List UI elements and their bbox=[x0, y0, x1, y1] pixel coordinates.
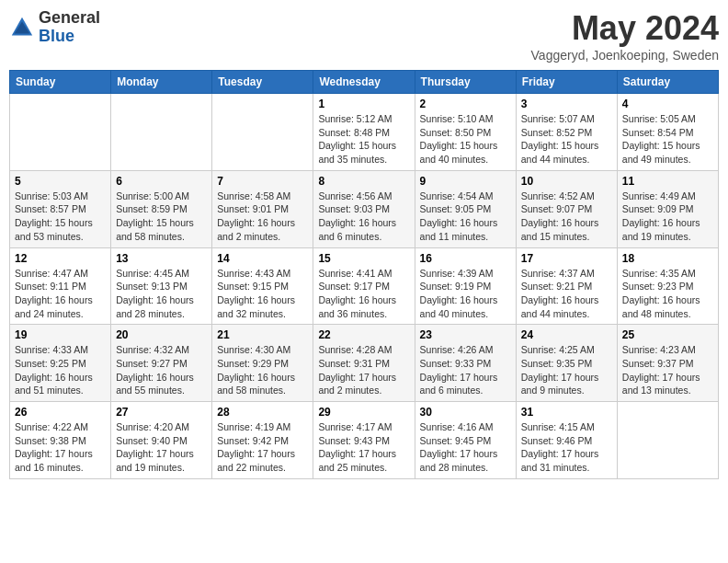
calendar-cell: 20Sunrise: 4:32 AMSunset: 9:27 PMDayligh… bbox=[111, 325, 212, 402]
month-title: May 2024 bbox=[531, 9, 719, 48]
calendar-week-row: 12Sunrise: 4:47 AMSunset: 9:11 PMDayligh… bbox=[10, 247, 719, 325]
day-info: Sunrise: 4:39 AMSunset: 9:19 PMDaylight:… bbox=[420, 267, 511, 321]
day-number: 23 bbox=[420, 328, 511, 341]
calendar-body: 1Sunrise: 5:12 AMSunset: 8:48 PMDaylight… bbox=[10, 94, 719, 479]
day-number: 18 bbox=[622, 252, 713, 265]
day-info: Sunrise: 4:17 AMSunset: 9:43 PMDaylight:… bbox=[318, 420, 409, 475]
calendar-cell: 6Sunrise: 5:00 AMSunset: 8:59 PMDaylight… bbox=[111, 170, 212, 247]
calendar-cell: 31Sunrise: 4:15 AMSunset: 9:46 PMDayligh… bbox=[516, 402, 617, 479]
calendar-cell: 10Sunrise: 4:52 AMSunset: 9:07 PMDayligh… bbox=[516, 170, 617, 247]
day-number: 24 bbox=[521, 328, 612, 341]
day-number: 3 bbox=[521, 98, 612, 110]
logo-blue: Blue bbox=[39, 27, 74, 45]
day-info: Sunrise: 4:20 AMSunset: 9:40 PMDaylight:… bbox=[116, 420, 207, 475]
day-info: Sunrise: 4:54 AMSunset: 9:05 PMDaylight:… bbox=[420, 190, 511, 244]
calendar-cell: 21Sunrise: 4:30 AMSunset: 9:29 PMDayligh… bbox=[212, 325, 313, 402]
day-number: 29 bbox=[318, 406, 409, 419]
day-number: 22 bbox=[318, 328, 409, 341]
calendar-cell: 22Sunrise: 4:28 AMSunset: 9:31 PMDayligh… bbox=[313, 325, 415, 402]
day-info: Sunrise: 4:58 AMSunset: 9:01 PMDaylight:… bbox=[217, 190, 308, 244]
calendar-cell: 17Sunrise: 4:37 AMSunset: 9:21 PMDayligh… bbox=[516, 247, 617, 325]
day-info: Sunrise: 4:19 AMSunset: 9:42 PMDaylight:… bbox=[217, 420, 308, 475]
day-number: 13 bbox=[116, 252, 207, 265]
calendar-week-row: 1Sunrise: 5:12 AMSunset: 8:48 PMDaylight… bbox=[10, 94, 719, 171]
calendar-cell: 19Sunrise: 4:33 AMSunset: 9:25 PMDayligh… bbox=[10, 325, 111, 402]
calendar-cell: 28Sunrise: 4:19 AMSunset: 9:42 PMDayligh… bbox=[212, 402, 313, 479]
calendar-week-row: 26Sunrise: 4:22 AMSunset: 9:38 PMDayligh… bbox=[10, 402, 719, 479]
day-number: 16 bbox=[420, 252, 511, 265]
day-number: 19 bbox=[15, 328, 106, 341]
calendar-cell: 24Sunrise: 4:25 AMSunset: 9:35 PMDayligh… bbox=[516, 325, 617, 402]
day-info: Sunrise: 4:47 AMSunset: 9:11 PMDaylight:… bbox=[15, 267, 106, 321]
calendar-cell: 1Sunrise: 5:12 AMSunset: 8:48 PMDaylight… bbox=[313, 94, 415, 171]
calendar-cell: 29Sunrise: 4:17 AMSunset: 9:43 PMDayligh… bbox=[313, 402, 415, 479]
logo: General Blue bbox=[9, 9, 100, 46]
calendar-cell: 7Sunrise: 4:58 AMSunset: 9:01 PMDaylight… bbox=[212, 170, 313, 247]
day-info: Sunrise: 4:56 AMSunset: 9:03 PMDaylight:… bbox=[318, 190, 409, 244]
day-info: Sunrise: 4:32 AMSunset: 9:27 PMDaylight:… bbox=[116, 343, 207, 397]
day-number: 11 bbox=[622, 175, 713, 188]
day-number: 21 bbox=[217, 328, 308, 341]
day-info: Sunrise: 4:37 AMSunset: 9:21 PMDaylight:… bbox=[521, 267, 612, 321]
calendar-cell: 30Sunrise: 4:16 AMSunset: 9:45 PMDayligh… bbox=[415, 402, 516, 479]
day-info: Sunrise: 4:30 AMSunset: 9:29 PMDaylight:… bbox=[217, 343, 308, 397]
location-title: Vaggeryd, Joenkoeping, Sweden bbox=[531, 48, 719, 63]
calendar-cell: 25Sunrise: 4:23 AMSunset: 9:37 PMDayligh… bbox=[617, 325, 718, 402]
logo-text: General Blue bbox=[39, 9, 100, 46]
calendar-cell: 12Sunrise: 4:47 AMSunset: 9:11 PMDayligh… bbox=[10, 247, 111, 325]
logo-general: General bbox=[39, 8, 100, 27]
day-info: Sunrise: 4:22 AMSunset: 9:38 PMDaylight:… bbox=[15, 420, 106, 475]
calendar-cell: 13Sunrise: 4:45 AMSunset: 9:13 PMDayligh… bbox=[111, 247, 212, 325]
day-number: 4 bbox=[622, 98, 713, 110]
day-info: Sunrise: 4:26 AMSunset: 9:33 PMDaylight:… bbox=[420, 343, 511, 397]
day-info: Sunrise: 5:12 AMSunset: 8:48 PMDaylight:… bbox=[318, 112, 409, 167]
day-number: 27 bbox=[116, 406, 207, 419]
calendar-cell bbox=[212, 94, 313, 171]
day-number: 26 bbox=[15, 406, 106, 419]
day-header-thursday: Thursday bbox=[415, 71, 516, 94]
calendar-week-row: 5Sunrise: 5:03 AMSunset: 8:57 PMDaylight… bbox=[10, 170, 719, 247]
day-info: Sunrise: 4:25 AMSunset: 9:35 PMDaylight:… bbox=[521, 343, 612, 397]
calendar-header-row: SundayMondayTuesdayWednesdayThursdayFrid… bbox=[10, 71, 719, 94]
page-header: General Blue May 2024 Vaggeryd, Joenkoep… bbox=[9, 9, 719, 63]
calendar-cell: 4Sunrise: 5:05 AMSunset: 8:54 PMDaylight… bbox=[617, 94, 718, 171]
day-info: Sunrise: 4:52 AMSunset: 9:07 PMDaylight:… bbox=[521, 190, 612, 244]
day-header-tuesday: Tuesday bbox=[212, 71, 313, 94]
day-info: Sunrise: 4:49 AMSunset: 9:09 PMDaylight:… bbox=[622, 190, 713, 244]
day-header-wednesday: Wednesday bbox=[313, 71, 415, 94]
day-info: Sunrise: 4:41 AMSunset: 9:17 PMDaylight:… bbox=[318, 267, 409, 321]
day-info: Sunrise: 5:10 AMSunset: 8:50 PMDaylight:… bbox=[420, 112, 511, 167]
calendar-cell: 2Sunrise: 5:10 AMSunset: 8:50 PMDaylight… bbox=[415, 94, 516, 171]
calendar-cell: 9Sunrise: 4:54 AMSunset: 9:05 PMDaylight… bbox=[415, 170, 516, 247]
calendar-cell: 8Sunrise: 4:56 AMSunset: 9:03 PMDaylight… bbox=[313, 170, 415, 247]
day-number: 7 bbox=[217, 175, 308, 188]
day-number: 31 bbox=[521, 406, 612, 419]
day-info: Sunrise: 4:28 AMSunset: 9:31 PMDaylight:… bbox=[318, 343, 409, 397]
day-info: Sunrise: 4:45 AMSunset: 9:13 PMDaylight:… bbox=[116, 267, 207, 321]
calendar-table: SundayMondayTuesdayWednesdayThursdayFrid… bbox=[9, 70, 719, 479]
day-info: Sunrise: 5:00 AMSunset: 8:59 PMDaylight:… bbox=[116, 190, 207, 244]
day-number: 25 bbox=[622, 328, 713, 341]
calendar-cell: 11Sunrise: 4:49 AMSunset: 9:09 PMDayligh… bbox=[617, 170, 718, 247]
day-info: Sunrise: 5:07 AMSunset: 8:52 PMDaylight:… bbox=[521, 112, 612, 167]
calendar-cell bbox=[10, 94, 111, 171]
day-number: 5 bbox=[15, 175, 106, 188]
calendar-cell bbox=[617, 402, 718, 479]
day-number: 8 bbox=[318, 175, 409, 188]
day-number: 9 bbox=[420, 175, 511, 188]
day-number: 15 bbox=[318, 252, 409, 265]
day-number: 17 bbox=[521, 252, 612, 265]
calendar-cell: 18Sunrise: 4:35 AMSunset: 9:23 PMDayligh… bbox=[617, 247, 718, 325]
day-number: 28 bbox=[217, 406, 308, 419]
calendar-cell: 16Sunrise: 4:39 AMSunset: 9:19 PMDayligh… bbox=[415, 247, 516, 325]
calendar-cell: 26Sunrise: 4:22 AMSunset: 9:38 PMDayligh… bbox=[10, 402, 111, 479]
day-header-friday: Friday bbox=[516, 71, 617, 94]
day-number: 14 bbox=[217, 252, 308, 265]
day-number: 12 bbox=[15, 252, 106, 265]
calendar-cell: 14Sunrise: 4:43 AMSunset: 9:15 PMDayligh… bbox=[212, 247, 313, 325]
calendar-cell bbox=[111, 94, 212, 171]
day-info: Sunrise: 4:16 AMSunset: 9:45 PMDaylight:… bbox=[420, 420, 511, 475]
calendar-week-row: 19Sunrise: 4:33 AMSunset: 9:25 PMDayligh… bbox=[10, 325, 719, 402]
calendar-cell: 27Sunrise: 4:20 AMSunset: 9:40 PMDayligh… bbox=[111, 402, 212, 479]
day-number: 1 bbox=[318, 98, 409, 110]
